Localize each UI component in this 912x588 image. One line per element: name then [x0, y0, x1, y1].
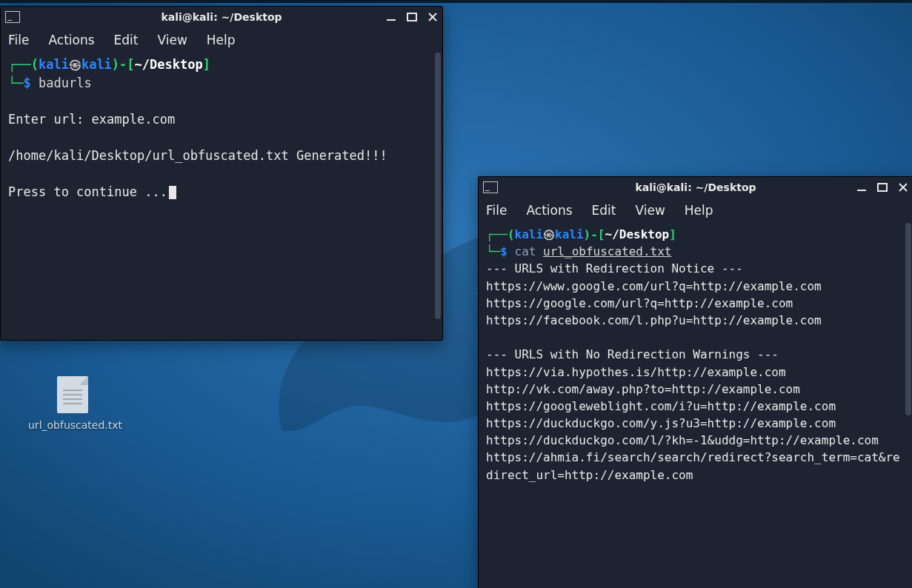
minimize-button[interactable] — [386, 12, 396, 22]
output-line: Press to continue ... — [8, 184, 167, 199]
menubar: File Actions Edit View Help — [479, 198, 912, 223]
window-title: kali@kali: ~/Desktop — [1, 11, 442, 23]
titlebar[interactable]: kali@kali: ~/Desktop — [1, 7, 442, 27]
menu-file[interactable]: File — [486, 203, 507, 218]
output-line: Enter url: example.com — [8, 112, 175, 127]
cursor — [169, 186, 176, 199]
titlebar[interactable]: kali@kali: ~/Desktop — [479, 177, 912, 198]
scrollbar-thumb[interactable] — [435, 53, 441, 319]
command-text: badurls — [39, 76, 92, 90]
output-line: --- URLS with No Redirection Warnings --… — [486, 347, 779, 361]
desktop-file-label: url_obfuscated.txt — [28, 419, 117, 431]
output-line: /home/kali/Desktop/url_obfuscated.txt Ge… — [8, 148, 387, 163]
output-line: https://duckduckgo.com/l/?kh=-1&uddg=htt… — [486, 433, 879, 447]
output-line: --- URLS with Redirection Notice --- — [486, 261, 743, 275]
menu-view[interactable]: View — [157, 33, 187, 47]
desktop-file-url-obfuscated[interactable]: url_obfuscated.txt — [28, 376, 117, 431]
maximize-button[interactable] — [407, 12, 417, 22]
menu-file[interactable]: File — [8, 33, 29, 47]
command-cat: cat — [515, 244, 536, 258]
close-button[interactable] — [898, 182, 908, 193]
terminal-icon — [483, 181, 498, 193]
terminal-output[interactable]: ┌──(kali㉿kali)-[~/Desktop] └─$ badurls E… — [1, 53, 442, 340]
output-line: https://www.google.com/url?q=http://exam… — [486, 279, 822, 293]
minimize-button[interactable] — [856, 182, 867, 193]
svg-rect-4 — [857, 190, 866, 191]
maximize-button[interactable] — [877, 182, 888, 193]
output-line: https://facebook.com/l.php?u=http://exam… — [486, 313, 822, 327]
output-line: https://duckduckgo.com/y.js?u3=http://ex… — [486, 416, 836, 430]
menubar: File Actions Edit View Help — [1, 27, 442, 53]
menu-actions[interactable]: Actions — [48, 33, 94, 47]
window-title: kali@kali: ~/Desktop — [479, 181, 912, 193]
svg-rect-1 — [407, 13, 416, 21]
menu-help[interactable]: Help — [685, 203, 713, 218]
output-line: https://ahmia.fi/search/search/redirect?… — [486, 450, 900, 481]
text-file-icon — [57, 376, 88, 413]
menu-edit[interactable]: Edit — [114, 33, 139, 47]
terminal-window-1[interactable]: kali@kali: ~/Desktop File Actions Edit V… — [0, 6, 443, 341]
terminal-output[interactable]: ┌──(kali㉿kali)-[~/Desktop] └─$ cat url_o… — [479, 223, 912, 588]
terminal-window-2[interactable]: kali@kali: ~/Desktop File Actions Edit V… — [478, 176, 912, 588]
svg-rect-5 — [878, 184, 887, 191]
command-arg: url_obfuscated.txt — [543, 244, 671, 258]
svg-rect-0 — [387, 19, 396, 21]
output-line: http://vk.com/away.php?to=http://example… — [486, 382, 800, 396]
top-taskbar — [0, 0, 912, 3]
scrollbar-thumb[interactable] — [905, 223, 911, 415]
output-line: https://via.hypothes.is/http://example.c… — [486, 365, 786, 379]
terminal-icon — [5, 11, 20, 23]
menu-view[interactable]: View — [635, 203, 665, 218]
output-line: https://googleweblight.com/i?u=http://ex… — [486, 399, 836, 413]
menu-help[interactable]: Help — [207, 33, 236, 47]
close-button[interactable] — [427, 12, 438, 22]
output-line: https://google.com/url?q=http://example.… — [486, 296, 793, 310]
menu-edit[interactable]: Edit — [592, 203, 616, 218]
menu-actions[interactable]: Actions — [526, 203, 572, 218]
desktop: 🔍 File System 🏠 Home url_obfuscated.txt … — [0, 0, 912, 588]
